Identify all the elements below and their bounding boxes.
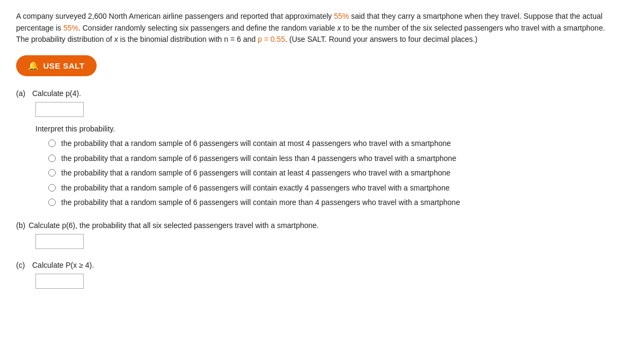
problem-text-and: and <box>241 35 258 43</box>
part-b-input[interactable] <box>35 234 84 249</box>
part-a-question: Calculate p(4). <box>32 89 81 98</box>
interpret-label: Interpret this probability. <box>35 124 628 133</box>
radio-more-than-4[interactable] <box>48 199 56 206</box>
radio-option-5[interactable]: the probability that a random sample of … <box>48 197 628 208</box>
salt-button-label: USE SALT <box>43 61 85 70</box>
part-a-label: (a) Calculate p(4). <box>16 89 628 98</box>
problem-text-5: is the binomial distribution with <box>118 35 224 43</box>
radio-option-3[interactable]: the probability that a random sample of … <box>48 168 628 179</box>
part-c-letter: (c) <box>16 261 29 269</box>
problem-text-1: A company surveyed 2,600 North American … <box>16 12 334 20</box>
radio-label-1: the probability that a random sample of … <box>61 138 451 149</box>
radio-label-2: the probability that a random sample of … <box>61 153 456 164</box>
part-c-question: Calculate P(x ≥ 4). <box>32 261 94 269</box>
part-a-section: (a) Calculate p(4). Interpret this proba… <box>16 89 628 208</box>
use-salt-button[interactable]: 🔔 USE SALT <box>16 55 97 76</box>
salt-icon: 🔔 <box>28 61 39 71</box>
problem-text: A company surveyed 2,600 North American … <box>16 11 606 46</box>
part-a-letter: (a) <box>16 89 29 98</box>
radio-exactly-4[interactable] <box>48 184 56 192</box>
problem-text-3: . Consider randomly selecting six passen… <box>78 24 338 32</box>
radio-at-least-4[interactable] <box>48 169 56 177</box>
part-b-label-row: (b) Calculate p(6), the probability that… <box>16 221 628 230</box>
pct-highlight-2: 55% <box>63 24 78 32</box>
radio-at-most-4[interactable] <box>48 140 56 147</box>
radio-option-2[interactable]: the probability that a random sample of … <box>48 153 628 164</box>
part-c-label-row: (c) Calculate P(x ≥ 4). <box>16 261 628 269</box>
part-b-letter: (b) <box>16 221 25 230</box>
radio-option-1[interactable]: the probability that a random sample of … <box>48 138 628 149</box>
radio-label-4: the probability that a random sample of … <box>61 183 450 194</box>
radio-option-4[interactable]: the probability that a random sample of … <box>48 183 628 194</box>
problem-text-6: . (Use SALT. Round your answers to four … <box>285 35 477 43</box>
radio-less-than-4[interactable] <box>48 155 56 162</box>
radio-label-3: the probability that a random sample of … <box>61 168 450 179</box>
n-eq: n = 6 <box>224 35 241 43</box>
part-c-section: (c) Calculate P(x ≥ 4). <box>16 261 628 289</box>
part-a-input[interactable] <box>35 102 84 117</box>
p-eq: p = 0.55 <box>258 35 285 43</box>
part-b-section: (b) Calculate p(6), the probability that… <box>16 221 628 249</box>
pct-highlight-1: 55% <box>334 12 349 20</box>
part-c-input[interactable] <box>35 274 84 289</box>
x-var-2: x <box>114 35 118 43</box>
part-b-question: Calculate p(6), the probability that all… <box>28 221 319 230</box>
radio-label-5: the probability that a random sample of … <box>61 197 460 208</box>
